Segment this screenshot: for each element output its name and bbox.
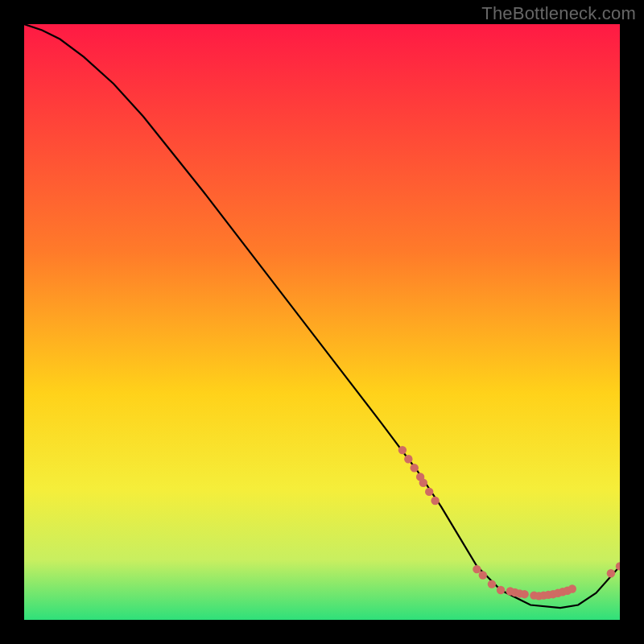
- plot-area: [24, 24, 620, 620]
- data-marker: [419, 479, 427, 487]
- chart-frame: TheBottleneck.com: [0, 0, 644, 644]
- watermark-text: TheBottleneck.com: [481, 3, 636, 24]
- data-marker: [404, 455, 412, 463]
- chart-background: [24, 24, 620, 620]
- data-marker: [425, 488, 433, 496]
- data-marker: [431, 497, 439, 505]
- chart-svg: [24, 24, 620, 620]
- data-marker: [473, 565, 481, 573]
- data-marker: [520, 590, 528, 598]
- data-marker: [479, 571, 487, 579]
- data-marker: [411, 464, 419, 472]
- data-marker: [607, 569, 615, 577]
- data-marker: [488, 580, 496, 588]
- data-marker: [568, 584, 576, 592]
- data-marker: [497, 586, 505, 594]
- data-marker: [398, 446, 407, 454]
